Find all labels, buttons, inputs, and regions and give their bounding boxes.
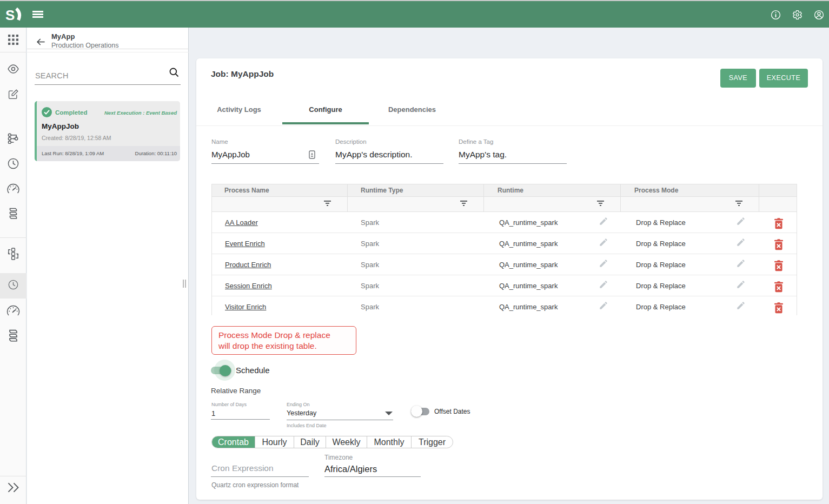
svg-text:S: S	[5, 8, 15, 23]
